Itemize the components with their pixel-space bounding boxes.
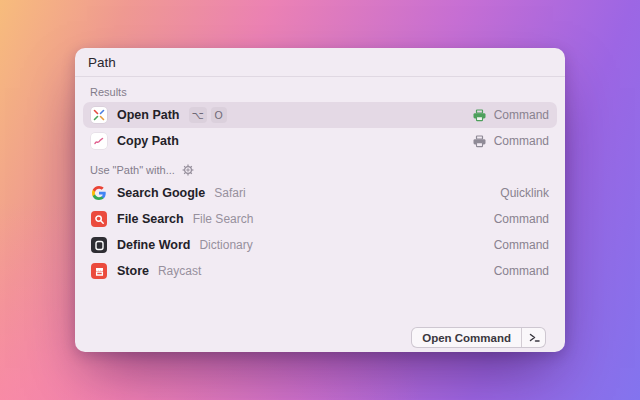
printer-icon [472, 109, 487, 122]
row-file-search[interactable]: File Search File Search Command [83, 206, 557, 232]
row-search-google[interactable]: Search Google Safari Quicklink [83, 180, 557, 206]
accessory-type-label: Command [494, 238, 549, 252]
option-key-badge: ⌥ [189, 107, 207, 123]
open-command-button[interactable]: Open Command [411, 327, 546, 348]
o-key-badge: O [211, 107, 227, 123]
search-input[interactable] [88, 55, 552, 70]
accessory-type-label: Command [494, 108, 549, 122]
copy-path-icon [91, 133, 107, 149]
google-icon [91, 185, 107, 201]
section-label-results: Results [90, 86, 550, 98]
row-copy-path[interactable]: Copy Path Command [83, 128, 557, 154]
accessory-type-label: Quicklink [500, 186, 549, 200]
section-label-text: Use "Path" with... [90, 164, 175, 176]
terminal-prompt-icon [521, 328, 545, 347]
row-subtitle: File Search [193, 212, 254, 226]
open-command-label: Open Command [412, 328, 521, 347]
row-title: Store [117, 264, 149, 278]
accessory-type-label: Command [494, 212, 549, 226]
file-search-icon [91, 211, 107, 227]
row-store[interactable]: Store Raycast Command [83, 258, 557, 284]
row-subtitle: Safari [214, 186, 245, 200]
results-list: Results Open Path ⌥ O [75, 77, 565, 352]
shortcut-badges: ⌥ O [189, 107, 227, 123]
define-word-icon [91, 237, 107, 253]
gear-icon[interactable] [182, 164, 194, 176]
store-icon [91, 263, 107, 279]
accessory-type-label: Command [494, 264, 549, 278]
row-title: Open Path [117, 108, 180, 122]
printer-icon [472, 135, 487, 148]
row-title: Copy Path [117, 134, 179, 148]
open-path-icon [91, 107, 107, 123]
row-open-path[interactable]: Open Path ⌥ O Command [83, 102, 557, 128]
row-title: Search Google [117, 186, 205, 200]
row-define-word[interactable]: Define Word Dictionary Command [83, 232, 557, 258]
row-title: Define Word [117, 238, 190, 252]
row-title: File Search [117, 212, 184, 226]
raycast-window: Results Open Path ⌥ O [75, 48, 565, 352]
row-subtitle: Dictionary [199, 238, 252, 252]
section-label-text: Results [90, 86, 127, 98]
row-subtitle: Raycast [158, 264, 201, 278]
accessory-type-label: Command [494, 134, 549, 148]
section-label-use-with: Use "Path" with... [90, 164, 550, 176]
search-bar [75, 48, 565, 77]
